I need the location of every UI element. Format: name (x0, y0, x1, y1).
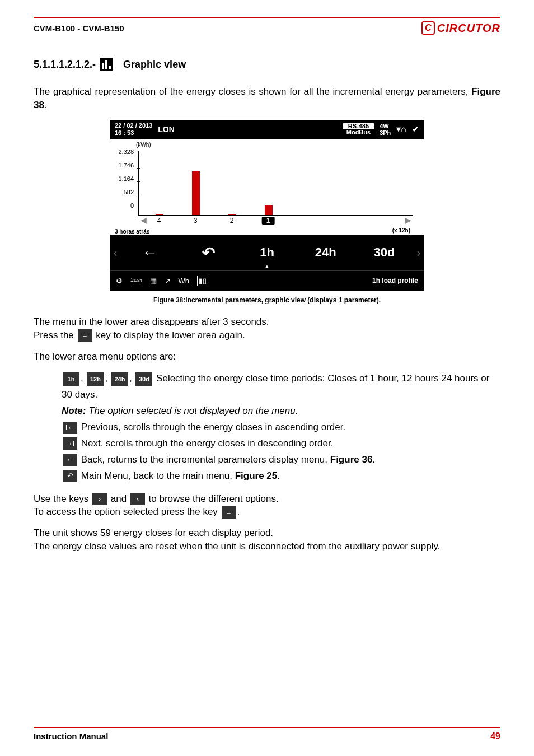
bar-chart-small-icon: ▮▯ (197, 276, 208, 286)
y-tick-mark: – (137, 151, 140, 158)
device-time: 16 : 53 (115, 129, 152, 137)
bar-4 (156, 214, 163, 215)
y-tick-mark: – (137, 191, 140, 199)
left-key-icon: ‹ (130, 493, 145, 505)
wh-label: Wh (179, 277, 190, 285)
xtick-4: 4 (157, 217, 161, 225)
filter-icon: ▾⌂ (396, 124, 406, 134)
chart-plot: – – – – (138, 151, 413, 216)
check-icon: ✔ (412, 124, 419, 134)
chart-subtitle: 3 horas atrás (115, 228, 149, 235)
p-menu-disappear: The menu in the lower area disappears af… (34, 315, 500, 329)
gauge-icon: ⚙ (116, 277, 123, 285)
p-press-key: Press the ≡ key to display the lower are… (34, 329, 500, 342)
modbus-label: ModBus (343, 129, 374, 136)
chart-right-arrow-icon: ▶ (405, 216, 411, 225)
4w-label: 4W (380, 123, 391, 129)
option-back-figref: Figure 36 (330, 454, 373, 465)
option-main-c: . (277, 470, 280, 481)
right-key-icon: › (92, 493, 107, 505)
menu-key-icon: ≡ (78, 329, 92, 342)
trend-icon: ↗ (165, 277, 171, 285)
y-tick-mark: – (137, 164, 140, 172)
device-status-bar: 22 / 02 / 2013 16 : 53 LON RS-485 ModBus… (110, 120, 424, 139)
section-number: 5.1.1.1.2.1.2.- (34, 59, 96, 71)
device-date: 22 / 02 / 2013 (115, 122, 152, 129)
undo-icon: ↶ (202, 244, 215, 262)
p6a: To access the option selected press the … (34, 506, 221, 517)
p5a: Use the keys (34, 493, 91, 504)
counter-icon: 11234 (130, 278, 142, 283)
intro-text: The graphical representation of the ener… (34, 86, 471, 97)
brand-logo-icon: C (421, 21, 435, 35)
option-30d-icon: 30d (135, 372, 152, 386)
device-menu-row: ‹ ← ↶ 1h 24h 30d › (110, 235, 424, 270)
section-heading: 5.1.1.1.2.1.2.- Graphic view (34, 57, 500, 72)
ytick-0: 0 (114, 202, 134, 209)
note-text: The option selected is not displayed on … (86, 405, 298, 416)
option-back-a: Back, returns to the incremental paramet… (78, 454, 330, 465)
ytick-1: 582 (114, 189, 134, 195)
menu-back-button[interactable]: ← (120, 235, 179, 270)
menu-24h-button[interactable]: 24h (296, 235, 355, 270)
p-reset: The energy close values are reset when t… (34, 540, 500, 553)
rs485-badge: RS-485 ModBus (343, 123, 374, 136)
menu-right-chevron-icon[interactable]: › (414, 246, 424, 259)
menu-1h-button[interactable]: 1h (238, 235, 297, 270)
option-24h-icon: 24h (111, 372, 128, 386)
chart-left-arrow-icon: ◀ (140, 216, 147, 225)
option-note: Note: The option selected is not display… (62, 403, 500, 419)
bar-3 (192, 171, 200, 215)
option-next-text: Next, scrolls through the energy closes … (78, 438, 333, 449)
option-main-figref: Figure 25 (235, 470, 278, 481)
p3b: key to display the lower area again. (93, 330, 245, 340)
menu-30d-button[interactable]: 30d (355, 235, 414, 270)
back-icon: ← (63, 454, 77, 466)
grid-icon: ▦ (150, 277, 157, 285)
option-back-c: . (372, 454, 375, 465)
bar-chart-icon (99, 57, 114, 72)
option-prev-text: Previous, scrolls through the energy clo… (78, 422, 345, 432)
wiring-label: 4W 3Ph (380, 123, 391, 136)
p5c: to browse the different options. (146, 493, 279, 504)
p-use-keys: Use the keys › and ‹ to browse the diffe… (34, 492, 500, 506)
ytick-3: 1.746 (114, 162, 134, 169)
p6b: . (237, 506, 240, 517)
p-59-closes: The unit shows 59 energy closes for each… (34, 526, 500, 540)
p5b: and (108, 493, 129, 504)
page-footer: Instruction Manual 49 (34, 727, 500, 741)
3ph-label: 3Ph (380, 129, 391, 136)
xtick-3: 3 (194, 217, 198, 225)
xtick-2: 2 (230, 217, 234, 225)
note-lead: Note: (62, 405, 86, 416)
brand-logo-text: CIRCUTOR (437, 22, 500, 35)
p3a: Press the (34, 330, 77, 340)
bar-1 (265, 205, 273, 215)
menu-main-button[interactable]: ↶ (179, 235, 238, 270)
page-number: 49 (490, 731, 500, 741)
brand-logo: C CIRCUTOR (421, 21, 500, 35)
load-profile-label: 1h load profile (372, 277, 418, 284)
chart-y-unit: (kWh) (136, 142, 151, 148)
ytick-4: 2.328 (114, 148, 134, 155)
previous-icon: I← (63, 422, 77, 434)
y-tick-mark: – (137, 178, 140, 185)
next-icon: →I (63, 437, 77, 450)
intro-paragraph: The graphical representation of the ener… (34, 85, 500, 112)
options-list: 1h, 12h, 24h, 30d Selecting the energy c… (34, 371, 500, 484)
figure-caption: Figure 38:Incremental parameters, graphi… (153, 296, 381, 304)
option-1h-icon: 1h (63, 372, 79, 386)
chart-area: (kWh) 2.328 1.746 1.164 582 0 – – – – 4 … (110, 139, 424, 235)
section-title-text: Graphic view (123, 59, 186, 71)
device-screenshot: 22 / 02 / 2013 16 : 53 LON RS-485 ModBus… (110, 120, 424, 291)
menu-left-chevron-icon[interactable]: ‹ (110, 246, 120, 259)
product-header: CVM-B100 - CVM-B150 (34, 24, 124, 33)
xtick-1: 1 (262, 217, 275, 225)
ytick-2: 1.164 (114, 175, 134, 182)
footer-title: Instruction Manual (34, 731, 108, 741)
main-menu-icon: ↶ (63, 470, 77, 482)
device-bottom-bar: ⚙ 11234 ▦ ↗ Wh ▮▯ 1h load profile (110, 270, 424, 291)
arrow-left-icon: ← (142, 244, 157, 262)
p-access-option: To access the option selected press the … (34, 505, 500, 519)
p-options-intro: The lower area menu options are: (34, 350, 500, 363)
